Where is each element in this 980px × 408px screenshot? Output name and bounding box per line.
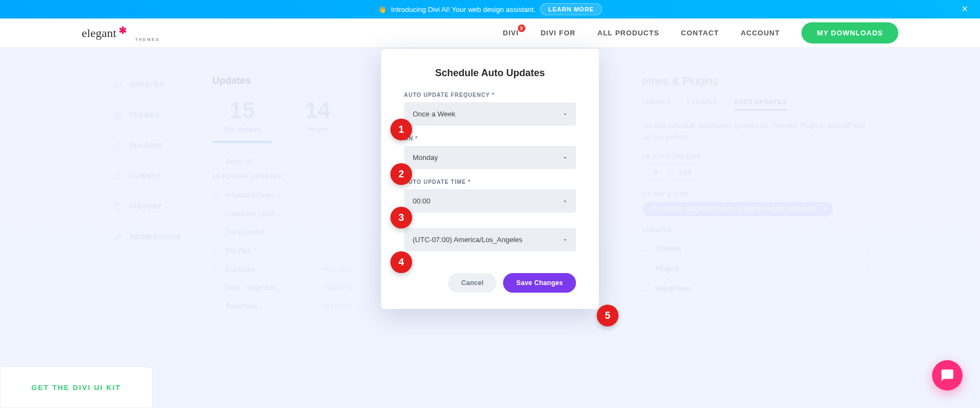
nav-links: DIVI3 DIVI FOR ALL PRODUCTS CONTACT ACCO… (503, 22, 898, 44)
annotation-1: 1 (390, 119, 412, 140)
promo-banner: 👋 Introducing Divi AI! Your web design a… (0, 0, 980, 18)
time-label: AUTO UPDATE TIME * (404, 179, 576, 185)
annotation-5: 5 (597, 305, 618, 326)
nav-divi-label: DIVI (503, 29, 519, 37)
brand-name: elegant (82, 26, 117, 40)
nav-divi-badge: 3 (518, 24, 525, 32)
nav-contact[interactable]: CONTACT (681, 29, 719, 37)
save-changes-button[interactable]: Save Changes (503, 273, 576, 293)
time-select[interactable]: 00:00 (404, 189, 576, 213)
annotation-2: 2 (390, 163, 412, 185)
timezone-select[interactable]: (UTC-07:00) America/Los_Angeles (404, 228, 576, 251)
chat-icon (940, 368, 954, 382)
on-label: ON * (404, 135, 576, 141)
modal-title: Schedule Auto Updates (404, 67, 576, 79)
nav-divi-for[interactable]: DIVI FOR (541, 29, 575, 37)
schedule-modal: Schedule Auto Updates AUTO UPDATE FREQUE… (381, 49, 599, 309)
chat-bubble[interactable] (932, 360, 963, 391)
wave-emoji: 👋 (378, 5, 387, 14)
learn-more-button[interactable]: LEARN MORE (540, 3, 602, 15)
nav-account[interactable]: ACCOUNT (740, 29, 780, 37)
nav-divi[interactable]: DIVI3 (503, 29, 519, 37)
banner-close-icon[interactable] (960, 4, 969, 15)
cancel-button[interactable]: Cancel (448, 273, 497, 293)
frequency-select[interactable]: Once a Week (404, 102, 576, 126)
brand-logo[interactable]: elegant ✱ THEMES (82, 26, 127, 40)
annotation-3: 3 (390, 207, 412, 228)
my-downloads-button[interactable]: MY DOWNLOADS (801, 22, 898, 44)
ui-kit-promo[interactable]: GET THE DIVI UI KIT (0, 367, 152, 408)
annotation-4: 4 (390, 251, 412, 273)
top-nav: elegant ✱ THEMES DIVI3 DIVI FOR ALL PROD… (0, 18, 980, 48)
nav-all-products[interactable]: ALL PRODUCTS (597, 29, 659, 37)
banner-text: Introducing Divi AI! Your web design ass… (391, 5, 536, 14)
brand-flourish-icon: ✱ (119, 25, 127, 36)
brand-subtitle: THEMES (135, 37, 160, 42)
frequency-label: AUTO UPDATE FREQUENCY * (404, 92, 576, 98)
on-select[interactable]: Monday (404, 146, 576, 169)
